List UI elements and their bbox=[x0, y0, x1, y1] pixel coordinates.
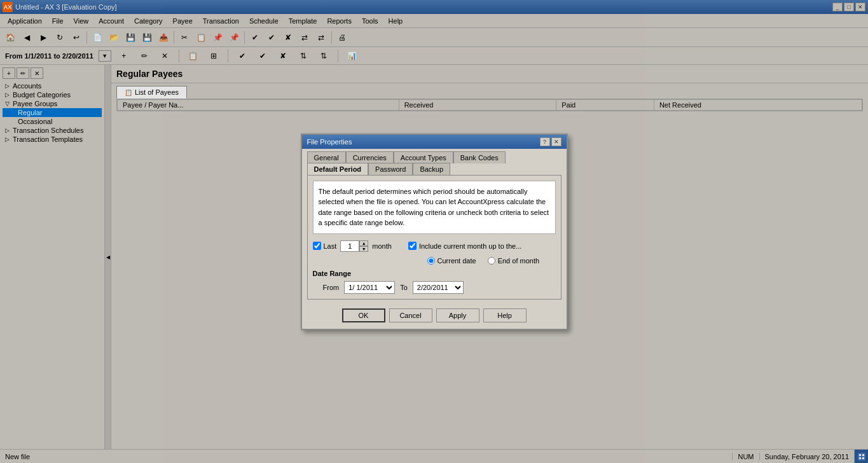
include-checkbox-group: Include current month up to the... bbox=[408, 242, 521, 250]
spin-buttons: ▲ ▼ bbox=[359, 240, 368, 252]
radio-current-date-group: Current date bbox=[427, 257, 476, 265]
apply-button[interactable]: Apply bbox=[436, 308, 479, 322]
modal-overlay: File Properties ? ✕ General Currencies A… bbox=[0, 0, 868, 463]
dialog-title-buttons: ? ✕ bbox=[540, 137, 561, 146]
dialog-close-button[interactable]: ✕ bbox=[551, 137, 561, 146]
radio-end-of-month-group: End of month bbox=[488, 257, 539, 265]
last-value-spinner: ▲ ▼ bbox=[340, 240, 368, 252]
dialog-title-text: File Properties bbox=[307, 138, 352, 146]
from-label: From bbox=[323, 284, 340, 291]
help-button[interactable]: Help bbox=[483, 308, 527, 322]
radio-end-of-month[interactable] bbox=[488, 257, 495, 265]
dialog-title-bar: File Properties ? ✕ bbox=[302, 135, 567, 149]
include-checkbox[interactable] bbox=[408, 242, 417, 250]
dialog-description: The default period determines which peri… bbox=[313, 181, 556, 234]
file-properties-dialog: File Properties ? ✕ General Currencies A… bbox=[301, 134, 568, 330]
dialog-tab-account-types[interactable]: Account Types bbox=[394, 151, 453, 163]
dialog-help-icon[interactable]: ? bbox=[540, 137, 550, 146]
month-label: month bbox=[372, 242, 392, 250]
dialog-tab-bank-codes[interactable]: Bank Codes bbox=[453, 151, 506, 163]
date-range-section-label: Date Range bbox=[313, 270, 556, 277]
dialog-description-text: The default period determines which peri… bbox=[319, 188, 549, 227]
last-checkbox-label: Last bbox=[324, 242, 337, 250]
radio-end-of-month-label: End of month bbox=[498, 257, 539, 265]
dialog-tab-row-2: Default Period Password Backup bbox=[302, 163, 567, 175]
dialog-tab-row-1: General Currencies Account Types Bank Co… bbox=[302, 149, 567, 163]
spin-down-button[interactable]: ▼ bbox=[359, 246, 368, 252]
radio-current-date-label: Current date bbox=[437, 257, 476, 265]
dialog-tab-backup[interactable]: Backup bbox=[413, 163, 450, 175]
to-date-select[interactable]: 2/20/2011 bbox=[413, 281, 464, 294]
to-date-wrapper: 2/20/2011 bbox=[413, 281, 464, 294]
from-date-select[interactable]: 1/ 1/2011 bbox=[344, 281, 395, 294]
dialog-buttons: OK Cancel Apply Help bbox=[302, 305, 567, 329]
ok-button[interactable]: OK bbox=[342, 308, 385, 322]
date-inputs: From 1/ 1/2011 To 2/20/2011 bbox=[313, 281, 556, 294]
last-checkbox[interactable] bbox=[313, 242, 321, 250]
radio-row: Current date End of month bbox=[313, 257, 556, 265]
dialog-tab-currencies[interactable]: Currencies bbox=[346, 151, 394, 163]
dialog-tab-password[interactable]: Password bbox=[368, 163, 413, 175]
last-checkbox-group: Last bbox=[313, 242, 337, 250]
cancel-button[interactable]: Cancel bbox=[389, 308, 432, 322]
spin-up-button[interactable]: ▲ bbox=[359, 240, 368, 246]
from-date-wrapper: 1/ 1/2011 bbox=[344, 281, 395, 294]
radio-current-date[interactable] bbox=[427, 257, 435, 265]
dialog-content: The default period determines which peri… bbox=[307, 175, 561, 300]
dialog-tab-general[interactable]: General bbox=[307, 151, 346, 163]
last-value-input[interactable] bbox=[340, 240, 359, 252]
include-checkbox-label: Include current month up to the... bbox=[419, 242, 521, 250]
dialog-tab-default-period[interactable]: Default Period bbox=[307, 163, 369, 175]
last-months-row: Last ▲ ▼ month Include current month up … bbox=[313, 240, 556, 252]
to-label: To bbox=[400, 284, 408, 291]
date-range-section: Date Range From 1/ 1/2011 To 2/20/2011 bbox=[313, 270, 556, 294]
